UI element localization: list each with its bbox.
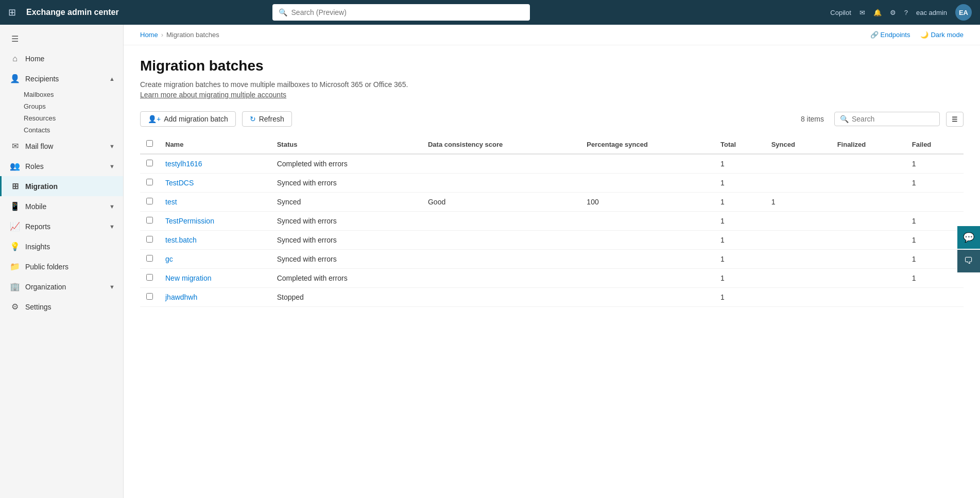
- table-search-input[interactable]: [852, 115, 934, 123]
- row-checkbox-cell[interactable]: [140, 269, 159, 288]
- global-search-input[interactable]: [291, 8, 524, 16]
- recipients-chevron: ▲: [109, 76, 115, 82]
- sidebar-item-hamburger[interactable]: ☰: [0, 29, 123, 49]
- add-migration-label: Add migration batch: [164, 115, 228, 123]
- sidebar-item-resources[interactable]: Resources: [0, 112, 123, 124]
- sidebar-label-recipients: Recipients: [25, 75, 59, 83]
- row-failed: 1: [906, 250, 964, 269]
- reports-chevron: ▼: [109, 224, 115, 230]
- row-name[interactable]: New migration: [159, 269, 271, 288]
- user-avatar[interactable]: EA: [955, 4, 972, 21]
- sidebar-item-mobile[interactable]: 📱 Mobile ▼: [0, 196, 123, 216]
- refresh-button[interactable]: ↻ Refresh: [242, 111, 292, 127]
- home-icon: ⌂: [10, 54, 20, 63]
- breadcrumb-home[interactable]: Home: [140, 31, 158, 39]
- row-checkbox-cell[interactable]: [140, 174, 159, 193]
- row-percentage-synced: [580, 288, 714, 307]
- row-finalized: [831, 269, 906, 288]
- user-name: eac admin: [916, 9, 947, 16]
- page-content: Migration batches Create migration batch…: [124, 45, 980, 319]
- row-finalized: [831, 231, 906, 250]
- row-checkbox-cell[interactable]: [140, 250, 159, 269]
- table-search-box[interactable]: 🔍: [834, 112, 940, 126]
- floating-buttons: 💬 🗨: [957, 226, 980, 272]
- sidebar-item-insights[interactable]: 💡 Insights: [0, 236, 123, 256]
- sidebar-item-reports[interactable]: 📈 Reports ▼: [0, 216, 123, 236]
- row-status: Completed with errors: [271, 269, 422, 288]
- row-status: Synced with errors: [271, 212, 422, 231]
- settings-icon[interactable]: ⚙: [890, 9, 896, 16]
- roles-icon: 👥: [10, 161, 20, 171]
- floating-feedback-button[interactable]: 🗨: [957, 250, 980, 272]
- row-finalized: [831, 288, 906, 307]
- sidebar-item-home[interactable]: ⌂ Home: [0, 49, 123, 68]
- mailflow-chevron: ▼: [109, 143, 115, 149]
- row-checkbox-6[interactable]: [146, 274, 153, 281]
- row-data-consistency: [422, 269, 580, 288]
- search-icon: 🔍: [279, 8, 287, 16]
- row-checkbox-cell[interactable]: [140, 212, 159, 231]
- items-count: 8 items: [801, 115, 824, 123]
- grid-icon[interactable]: ⊞: [8, 7, 16, 18]
- sidebar-item-publicfolders[interactable]: 📁 Public folders: [0, 256, 123, 277]
- endpoints-icon: 🔗: [870, 31, 879, 39]
- floating-chat-button[interactable]: 💬: [957, 226, 980, 249]
- filter-icon: ☰: [952, 115, 958, 123]
- sidebar-label-mobile: Mobile: [25, 202, 46, 211]
- endpoints-button[interactable]: 🔗 Endpoints: [870, 31, 910, 39]
- sidebar-item-settings[interactable]: ⚙ Settings: [0, 297, 123, 317]
- global-search-box[interactable]: 🔍: [272, 4, 530, 21]
- row-checkbox-cell[interactable]: [140, 154, 159, 174]
- row-total: 1: [714, 231, 765, 250]
- row-checkbox-4[interactable]: [146, 236, 153, 243]
- row-name[interactable]: gc: [159, 250, 271, 269]
- bell-icon[interactable]: 🔔: [873, 9, 882, 16]
- row-name[interactable]: testylh1616: [159, 154, 271, 174]
- sidebar-item-roles[interactable]: 👥 Roles ▼: [0, 156, 123, 176]
- row-checkbox-cell[interactable]: [140, 231, 159, 250]
- sidebar-item-groups[interactable]: Groups: [0, 100, 123, 112]
- row-name[interactable]: TestPermission: [159, 212, 271, 231]
- breadcrumb: Home › Migration batches: [140, 31, 219, 39]
- row-name[interactable]: jhawdhwh: [159, 288, 271, 307]
- row-total: 1: [714, 193, 765, 212]
- sidebar-item-contacts[interactable]: Contacts: [0, 124, 123, 136]
- row-checkbox-cell[interactable]: [140, 193, 159, 212]
- row-synced: [765, 288, 831, 307]
- row-name[interactable]: test: [159, 193, 271, 212]
- sidebar-item-mailflow[interactable]: ✉ Mail flow ▼: [0, 136, 123, 156]
- copilot-button[interactable]: Copilot: [830, 9, 851, 16]
- row-checkbox-1[interactable]: [146, 179, 153, 185]
- row-checkbox-7[interactable]: [146, 293, 153, 300]
- select-all-checkbox[interactable]: [146, 140, 153, 147]
- settings-nav-icon: ⚙: [10, 302, 20, 312]
- help-icon[interactable]: ?: [904, 9, 908, 16]
- select-all-header[interactable]: [140, 135, 159, 154]
- row-status: Synced with errors: [271, 250, 422, 269]
- filter-button[interactable]: ☰: [946, 112, 964, 127]
- mobile-chevron: ▼: [109, 203, 115, 210]
- content-area: Home › Migration batches 🔗 Endpoints 🌙 D…: [124, 25, 980, 498]
- table-row: test Synced Good 100 1 1: [140, 193, 964, 212]
- darkmode-button[interactable]: 🌙 Dark mode: [920, 31, 964, 39]
- row-percentage-synced: [580, 154, 714, 174]
- row-checkbox-5[interactable]: [146, 255, 153, 262]
- row-name[interactable]: test.batch: [159, 231, 271, 250]
- mail-icon[interactable]: ✉: [859, 9, 865, 16]
- row-checkbox-cell[interactable]: [140, 288, 159, 307]
- toolbar: 👤+ Add migration batch ↻ Refresh 8 items…: [140, 111, 964, 133]
- learn-more-link[interactable]: Learn more about migrating multiple acco…: [140, 91, 286, 99]
- row-synced: [765, 174, 831, 193]
- row-checkbox-0[interactable]: [146, 160, 153, 166]
- organization-icon: 🏢: [10, 282, 20, 291]
- sidebar-item-mailboxes[interactable]: Mailboxes: [0, 89, 123, 100]
- row-checkbox-2[interactable]: [146, 198, 153, 204]
- add-migration-batch-button[interactable]: 👤+ Add migration batch: [140, 111, 236, 127]
- row-name[interactable]: TestDCS: [159, 174, 271, 193]
- col-finalized: Finalized: [831, 135, 906, 154]
- row-checkbox-3[interactable]: [146, 217, 153, 224]
- sidebar-item-migration[interactable]: ⊞ Migration: [0, 176, 123, 196]
- sidebar-item-recipients[interactable]: 👤 Recipients ▲: [0, 68, 123, 89]
- table-row: testylh1616 Completed with errors 1 1: [140, 154, 964, 174]
- sidebar-item-organization[interactable]: 🏢 Organization ▼: [0, 277, 123, 297]
